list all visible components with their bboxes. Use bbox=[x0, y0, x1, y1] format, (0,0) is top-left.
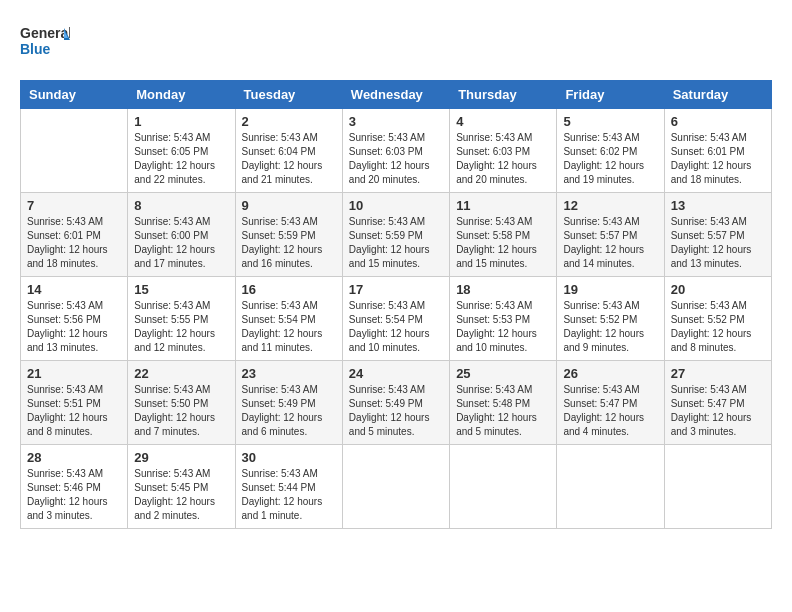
day-info: Sunrise: 5:43 AM Sunset: 5:50 PM Dayligh… bbox=[134, 383, 228, 439]
day-number: 10 bbox=[349, 198, 443, 213]
calendar-cell bbox=[21, 109, 128, 193]
day-number: 18 bbox=[456, 282, 550, 297]
week-row-3: 14Sunrise: 5:43 AM Sunset: 5:56 PM Dayli… bbox=[21, 277, 772, 361]
calendar-cell bbox=[557, 445, 664, 529]
week-row-1: 1Sunrise: 5:43 AM Sunset: 6:05 PM Daylig… bbox=[21, 109, 772, 193]
calendar-cell: 16Sunrise: 5:43 AM Sunset: 5:54 PM Dayli… bbox=[235, 277, 342, 361]
calendar-cell: 21Sunrise: 5:43 AM Sunset: 5:51 PM Dayli… bbox=[21, 361, 128, 445]
day-info: Sunrise: 5:43 AM Sunset: 5:56 PM Dayligh… bbox=[27, 299, 121, 355]
day-number: 22 bbox=[134, 366, 228, 381]
calendar-cell: 22Sunrise: 5:43 AM Sunset: 5:50 PM Dayli… bbox=[128, 361, 235, 445]
day-number: 5 bbox=[563, 114, 657, 129]
day-number: 28 bbox=[27, 450, 121, 465]
day-number: 1 bbox=[134, 114, 228, 129]
day-number: 30 bbox=[242, 450, 336, 465]
day-number: 14 bbox=[27, 282, 121, 297]
day-info: Sunrise: 5:43 AM Sunset: 6:00 PM Dayligh… bbox=[134, 215, 228, 271]
day-number: 25 bbox=[456, 366, 550, 381]
day-number: 3 bbox=[349, 114, 443, 129]
day-number: 9 bbox=[242, 198, 336, 213]
calendar-cell: 4Sunrise: 5:43 AM Sunset: 6:03 PM Daylig… bbox=[450, 109, 557, 193]
calendar-cell: 28Sunrise: 5:43 AM Sunset: 5:46 PM Dayli… bbox=[21, 445, 128, 529]
calendar-cell: 1Sunrise: 5:43 AM Sunset: 6:05 PM Daylig… bbox=[128, 109, 235, 193]
day-number: 6 bbox=[671, 114, 765, 129]
calendar-cell: 2Sunrise: 5:43 AM Sunset: 6:04 PM Daylig… bbox=[235, 109, 342, 193]
calendar-cell: 3Sunrise: 5:43 AM Sunset: 6:03 PM Daylig… bbox=[342, 109, 449, 193]
weekday-header-row: SundayMondayTuesdayWednesdayThursdayFrid… bbox=[21, 81, 772, 109]
calendar-cell: 5Sunrise: 5:43 AM Sunset: 6:02 PM Daylig… bbox=[557, 109, 664, 193]
day-number: 2 bbox=[242, 114, 336, 129]
day-info: Sunrise: 5:43 AM Sunset: 5:46 PM Dayligh… bbox=[27, 467, 121, 523]
day-number: 12 bbox=[563, 198, 657, 213]
day-number: 4 bbox=[456, 114, 550, 129]
day-number: 7 bbox=[27, 198, 121, 213]
weekday-header-sunday: Sunday bbox=[21, 81, 128, 109]
calendar-cell: 25Sunrise: 5:43 AM Sunset: 5:48 PM Dayli… bbox=[450, 361, 557, 445]
day-number: 17 bbox=[349, 282, 443, 297]
day-number: 15 bbox=[134, 282, 228, 297]
calendar-cell: 23Sunrise: 5:43 AM Sunset: 5:49 PM Dayli… bbox=[235, 361, 342, 445]
weekday-header-wednesday: Wednesday bbox=[342, 81, 449, 109]
calendar-cell: 12Sunrise: 5:43 AM Sunset: 5:57 PM Dayli… bbox=[557, 193, 664, 277]
day-info: Sunrise: 5:43 AM Sunset: 5:47 PM Dayligh… bbox=[563, 383, 657, 439]
calendar-cell: 19Sunrise: 5:43 AM Sunset: 5:52 PM Dayli… bbox=[557, 277, 664, 361]
day-info: Sunrise: 5:43 AM Sunset: 5:47 PM Dayligh… bbox=[671, 383, 765, 439]
day-number: 24 bbox=[349, 366, 443, 381]
header: General Blue bbox=[20, 20, 772, 64]
calendar-cell bbox=[342, 445, 449, 529]
day-info: Sunrise: 5:43 AM Sunset: 5:58 PM Dayligh… bbox=[456, 215, 550, 271]
calendar-cell: 17Sunrise: 5:43 AM Sunset: 5:54 PM Dayli… bbox=[342, 277, 449, 361]
day-info: Sunrise: 5:43 AM Sunset: 6:03 PM Dayligh… bbox=[349, 131, 443, 187]
day-info: Sunrise: 5:43 AM Sunset: 5:54 PM Dayligh… bbox=[349, 299, 443, 355]
day-info: Sunrise: 5:43 AM Sunset: 6:02 PM Dayligh… bbox=[563, 131, 657, 187]
day-number: 23 bbox=[242, 366, 336, 381]
calendar-cell: 7Sunrise: 5:43 AM Sunset: 6:01 PM Daylig… bbox=[21, 193, 128, 277]
day-info: Sunrise: 5:43 AM Sunset: 5:52 PM Dayligh… bbox=[563, 299, 657, 355]
day-number: 21 bbox=[27, 366, 121, 381]
day-info: Sunrise: 5:43 AM Sunset: 5:44 PM Dayligh… bbox=[242, 467, 336, 523]
day-number: 26 bbox=[563, 366, 657, 381]
calendar-cell: 20Sunrise: 5:43 AM Sunset: 5:52 PM Dayli… bbox=[664, 277, 771, 361]
calendar-cell: 14Sunrise: 5:43 AM Sunset: 5:56 PM Dayli… bbox=[21, 277, 128, 361]
day-number: 29 bbox=[134, 450, 228, 465]
svg-text:General: General bbox=[20, 25, 70, 41]
logo: General Blue bbox=[20, 20, 70, 64]
calendar-cell: 13Sunrise: 5:43 AM Sunset: 5:57 PM Dayli… bbox=[664, 193, 771, 277]
calendar-cell bbox=[664, 445, 771, 529]
weekday-header-friday: Friday bbox=[557, 81, 664, 109]
day-info: Sunrise: 5:43 AM Sunset: 5:52 PM Dayligh… bbox=[671, 299, 765, 355]
weekday-header-monday: Monday bbox=[128, 81, 235, 109]
calendar-table: SundayMondayTuesdayWednesdayThursdayFrid… bbox=[20, 80, 772, 529]
day-info: Sunrise: 5:43 AM Sunset: 5:48 PM Dayligh… bbox=[456, 383, 550, 439]
day-number: 11 bbox=[456, 198, 550, 213]
day-info: Sunrise: 5:43 AM Sunset: 6:03 PM Dayligh… bbox=[456, 131, 550, 187]
logo-graphic: General Blue bbox=[20, 20, 70, 64]
weekday-header-tuesday: Tuesday bbox=[235, 81, 342, 109]
day-number: 13 bbox=[671, 198, 765, 213]
day-info: Sunrise: 5:43 AM Sunset: 5:57 PM Dayligh… bbox=[671, 215, 765, 271]
calendar-cell: 29Sunrise: 5:43 AM Sunset: 5:45 PM Dayli… bbox=[128, 445, 235, 529]
day-info: Sunrise: 5:43 AM Sunset: 6:01 PM Dayligh… bbox=[27, 215, 121, 271]
calendar-cell: 27Sunrise: 5:43 AM Sunset: 5:47 PM Dayli… bbox=[664, 361, 771, 445]
calendar-cell: 30Sunrise: 5:43 AM Sunset: 5:44 PM Dayli… bbox=[235, 445, 342, 529]
calendar-cell: 15Sunrise: 5:43 AM Sunset: 5:55 PM Dayli… bbox=[128, 277, 235, 361]
day-info: Sunrise: 5:43 AM Sunset: 5:51 PM Dayligh… bbox=[27, 383, 121, 439]
svg-text:Blue: Blue bbox=[20, 41, 51, 57]
day-number: 8 bbox=[134, 198, 228, 213]
day-info: Sunrise: 5:43 AM Sunset: 5:57 PM Dayligh… bbox=[563, 215, 657, 271]
calendar-cell: 24Sunrise: 5:43 AM Sunset: 5:49 PM Dayli… bbox=[342, 361, 449, 445]
day-number: 19 bbox=[563, 282, 657, 297]
day-number: 20 bbox=[671, 282, 765, 297]
day-info: Sunrise: 5:43 AM Sunset: 5:49 PM Dayligh… bbox=[349, 383, 443, 439]
day-info: Sunrise: 5:43 AM Sunset: 5:54 PM Dayligh… bbox=[242, 299, 336, 355]
day-number: 27 bbox=[671, 366, 765, 381]
day-info: Sunrise: 5:43 AM Sunset: 5:49 PM Dayligh… bbox=[242, 383, 336, 439]
day-info: Sunrise: 5:43 AM Sunset: 6:04 PM Dayligh… bbox=[242, 131, 336, 187]
week-row-5: 28Sunrise: 5:43 AM Sunset: 5:46 PM Dayli… bbox=[21, 445, 772, 529]
calendar-cell: 11Sunrise: 5:43 AM Sunset: 5:58 PM Dayli… bbox=[450, 193, 557, 277]
day-info: Sunrise: 5:43 AM Sunset: 5:59 PM Dayligh… bbox=[242, 215, 336, 271]
day-info: Sunrise: 5:43 AM Sunset: 5:59 PM Dayligh… bbox=[349, 215, 443, 271]
week-row-2: 7Sunrise: 5:43 AM Sunset: 6:01 PM Daylig… bbox=[21, 193, 772, 277]
calendar-cell bbox=[450, 445, 557, 529]
calendar-cell: 9Sunrise: 5:43 AM Sunset: 5:59 PM Daylig… bbox=[235, 193, 342, 277]
